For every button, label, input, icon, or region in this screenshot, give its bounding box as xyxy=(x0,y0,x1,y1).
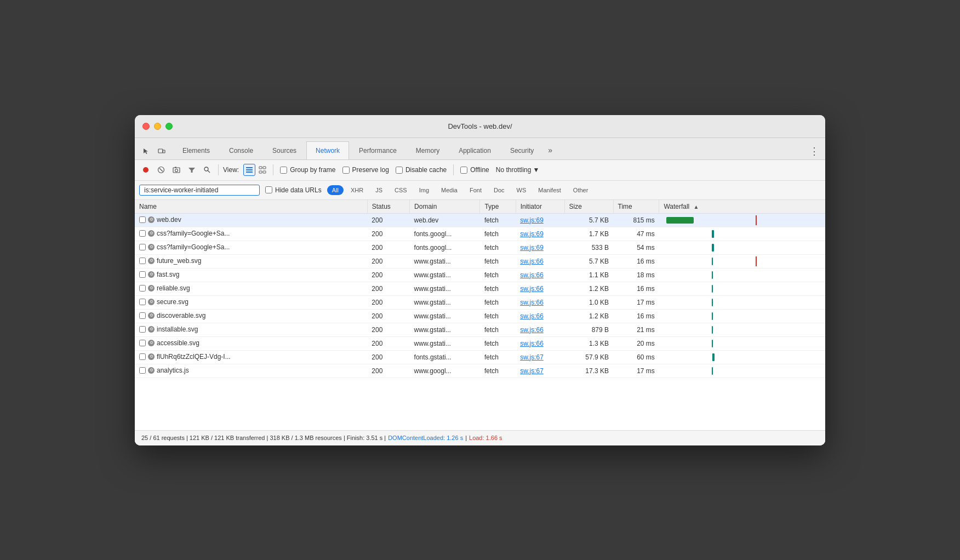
cell-initiator[interactable]: sw.js:66 xyxy=(516,268,564,282)
cell-initiator[interactable]: sw.js:66 xyxy=(516,254,564,268)
cell-initiator[interactable]: sw.js:69 xyxy=(516,241,564,254)
filter-button[interactable] xyxy=(185,163,198,176)
tab-security[interactable]: Security xyxy=(501,141,543,159)
th-status[interactable]: Status xyxy=(367,200,409,214)
svg-rect-13 xyxy=(246,172,253,173)
cell-status: 200 xyxy=(367,213,409,227)
cell-domain: fonts.googl... xyxy=(410,227,480,241)
svg-point-9 xyxy=(204,167,208,171)
table-row[interactable]: ⚙ css?family=Google+Sa... 200fonts.googl… xyxy=(135,227,825,241)
filter-chip-js[interactable]: JS xyxy=(370,185,387,195)
cursor-icon[interactable] xyxy=(140,145,152,157)
cell-initiator[interactable]: sw.js:67 xyxy=(516,350,564,364)
filter-input[interactable] xyxy=(139,185,260,196)
table-row[interactable]: ⚙ installable.svg 200www.gstati...fetchs… xyxy=(135,323,825,336)
service-worker-icon: ⚙ xyxy=(148,353,155,360)
cell-size: 5.7 KB xyxy=(564,213,613,227)
cell-initiator[interactable]: sw.js:67 xyxy=(516,364,564,378)
minimize-button[interactable] xyxy=(154,123,161,130)
toolbar-divider-2 xyxy=(273,164,273,175)
table-row[interactable]: ⚙ fast.svg 200www.gstati...fetchsw.js:66… xyxy=(135,268,825,282)
svg-rect-1 xyxy=(163,150,165,153)
filter-chip-all[interactable]: All xyxy=(327,185,344,195)
filter-chip-manifest[interactable]: Manifest xyxy=(533,185,566,195)
row-checkbox[interactable] xyxy=(139,230,146,237)
tab-elements[interactable]: Elements xyxy=(173,141,219,159)
record-button[interactable] xyxy=(139,163,152,176)
th-initiator[interactable]: Initiator xyxy=(516,200,564,214)
row-checkbox[interactable] xyxy=(139,299,146,305)
table-row[interactable]: ⚙ accessible.svg 200www.gstati...fetchsw… xyxy=(135,336,825,350)
more-options-button[interactable]: ⋮ xyxy=(809,145,820,157)
file-name: fast.svg xyxy=(157,271,179,278)
table-row[interactable]: ⚙ discoverable.svg 200www.gstati...fetch… xyxy=(135,309,825,323)
cell-initiator[interactable]: sw.js:66 xyxy=(516,295,564,309)
row-checkbox[interactable] xyxy=(139,258,146,264)
row-checkbox[interactable] xyxy=(139,216,146,223)
cell-initiator[interactable]: sw.js:69 xyxy=(516,213,564,227)
cell-initiator[interactable]: sw.js:66 xyxy=(516,309,564,323)
tabs-container: Elements Console Sources Network Perform… xyxy=(173,138,557,159)
filter-chip-ws[interactable]: WS xyxy=(512,185,532,195)
cell-type: fetch xyxy=(480,323,516,336)
th-type[interactable]: Type xyxy=(480,200,516,214)
row-checkbox[interactable] xyxy=(139,340,146,346)
table-row[interactable]: ⚙ reliable.svg 200www.gstati...fetchsw.j… xyxy=(135,282,825,295)
close-button[interactable] xyxy=(142,123,150,130)
cell-name: ⚙ future_web.svg xyxy=(135,254,367,268)
tab-sources[interactable]: Sources xyxy=(263,141,306,159)
group-by-frame-checkbox[interactable]: Group by frame xyxy=(280,166,335,174)
table-row[interactable]: ⚙ future_web.svg 200www.gstati...fetchsw… xyxy=(135,254,825,268)
filter-chip-doc[interactable]: Doc xyxy=(489,185,510,195)
th-domain[interactable]: Domain xyxy=(410,200,480,214)
filter-chip-other[interactable]: Other xyxy=(568,185,593,195)
table-row[interactable]: ⚙ analytics.js 200www.googl...fetchsw.js… xyxy=(135,364,825,378)
cell-initiator[interactable]: sw.js:66 xyxy=(516,282,564,295)
disable-cache-checkbox[interactable]: Disable cache xyxy=(396,166,447,174)
cell-initiator[interactable]: sw.js:69 xyxy=(516,227,564,241)
list-view-button[interactable] xyxy=(243,164,255,176)
tab-application[interactable]: Application xyxy=(449,141,500,159)
device-toggle-icon[interactable] xyxy=(156,145,168,157)
throttle-select[interactable]: No throttling ▼ xyxy=(496,166,540,174)
filter-chip-xhr[interactable]: XHR xyxy=(346,185,368,195)
table-row[interactable]: ⚙ css?family=Google+Sa... 200fonts.googl… xyxy=(135,241,825,254)
row-checkbox[interactable] xyxy=(139,367,146,374)
tab-console[interactable]: Console xyxy=(220,141,262,159)
filter-chip-font[interactable]: Font xyxy=(465,185,487,195)
row-checkbox[interactable] xyxy=(139,244,146,250)
table-row[interactable]: ⚙ web.dev 200web.devfetchsw.js:695.7 KB8… xyxy=(135,213,825,227)
row-checkbox[interactable] xyxy=(139,285,146,292)
filter-chip-media[interactable]: Media xyxy=(436,185,462,195)
row-checkbox[interactable] xyxy=(139,271,146,278)
cell-type: fetch xyxy=(480,254,516,268)
offline-checkbox[interactable]: Offline xyxy=(460,166,489,174)
table-row[interactable]: ⚙ secure.svg 200www.gstati...fetchsw.js:… xyxy=(135,295,825,309)
filter-chip-css[interactable]: CSS xyxy=(390,185,412,195)
row-checkbox[interactable] xyxy=(139,312,146,319)
row-checkbox[interactable] xyxy=(139,353,146,360)
tab-memory[interactable]: Memory xyxy=(407,141,449,159)
clear-button[interactable] xyxy=(155,163,168,176)
th-name[interactable]: Name xyxy=(135,200,367,214)
cell-waterfall xyxy=(659,282,825,295)
tab-network[interactable]: Network xyxy=(306,141,349,159)
maximize-button[interactable] xyxy=(165,123,173,130)
filter-chip-img[interactable]: Img xyxy=(414,185,434,195)
row-checkbox[interactable] xyxy=(139,326,146,333)
th-time[interactable]: Time xyxy=(613,200,659,214)
th-waterfall[interactable]: Waterfall ▲ xyxy=(659,200,825,214)
hide-data-urls-checkbox[interactable]: Hide data URLs xyxy=(265,186,322,194)
service-worker-icon: ⚙ xyxy=(148,367,155,374)
screenshot-button[interactable] xyxy=(170,163,183,176)
th-size[interactable]: Size xyxy=(564,200,613,214)
cell-initiator[interactable]: sw.js:66 xyxy=(516,336,564,350)
search-button[interactable] xyxy=(201,163,214,176)
cell-initiator[interactable]: sw.js:66 xyxy=(516,323,564,336)
table-row[interactable]: ⚙ flUhRq6tzZclQEJ-Vdg-I... 200fonts.gsta… xyxy=(135,350,825,364)
preserve-log-checkbox[interactable]: Preserve log xyxy=(342,166,389,174)
tree-view-button[interactable] xyxy=(256,164,268,176)
tab-more-button[interactable]: » xyxy=(544,141,557,159)
file-name: reliable.svg xyxy=(157,284,190,292)
tab-performance[interactable]: Performance xyxy=(350,141,406,159)
